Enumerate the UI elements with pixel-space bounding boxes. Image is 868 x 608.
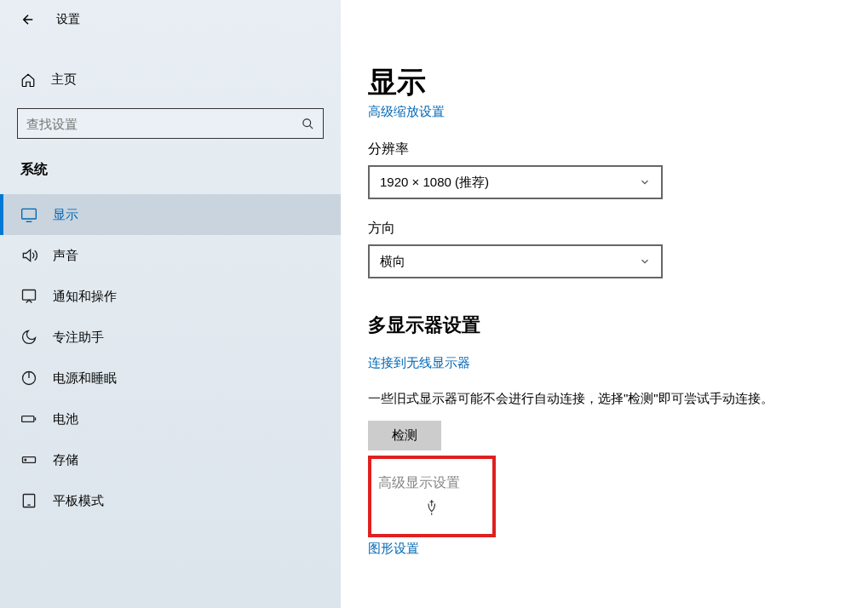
orientation-dropdown[interactable]: 横向 <box>368 244 663 278</box>
sidebar-item-notifications[interactable]: 通知和操作 <box>0 276 341 317</box>
sidebar-item-label: 显示 <box>53 207 78 223</box>
sidebar-item-label: 声音 <box>53 248 78 264</box>
page-title: 显示 <box>368 63 848 102</box>
sidebar-item-label: 电源和睡眠 <box>53 370 117 387</box>
sidebar-item-display[interactable]: 显示 <box>0 194 341 235</box>
focus-icon <box>20 329 37 346</box>
window-title: 设置 <box>56 12 80 27</box>
svg-point-0 <box>303 118 311 126</box>
orientation-label: 方向 <box>368 220 848 238</box>
svg-rect-2 <box>23 290 36 301</box>
sidebar-home-label: 主页 <box>51 72 77 88</box>
sidebar-item-sound[interactable]: 声音 <box>0 235 341 276</box>
resolution-dropdown[interactable]: 1920 × 1080 (推荐) <box>368 165 663 199</box>
orientation-value: 横向 <box>380 254 405 270</box>
nav-list: 显示 声音 通知和操作 专注助手 电源和睡眠 电池 <box>0 194 341 608</box>
svg-rect-1 <box>22 209 37 219</box>
storage-icon <box>20 451 37 468</box>
svg-point-6 <box>25 459 26 461</box>
sidebar-item-label: 通知和操作 <box>53 289 117 305</box>
graphics-settings-link[interactable]: 图形设置 <box>368 541 848 557</box>
display-icon <box>20 206 37 223</box>
home-icon <box>20 72 36 88</box>
sidebar-item-label: 存储 <box>53 452 78 468</box>
sidebar-item-storage[interactable]: 存储 <box>0 439 341 480</box>
sidebar-item-tablet[interactable]: 平板模式 <box>0 480 341 521</box>
battery-icon <box>20 410 37 427</box>
cursor-icon <box>426 498 441 517</box>
svg-rect-4 <box>22 416 34 422</box>
titlebar: 设置 <box>0 0 341 39</box>
sidebar-home[interactable]: 主页 <box>17 65 324 95</box>
sound-icon <box>20 247 37 264</box>
sidebar-item-label: 平板模式 <box>53 493 104 509</box>
main-content: 显示 高级缩放设置 分辨率 1920 × 1080 (推荐) 方向 横向 多显示… <box>341 0 868 608</box>
sidebar-item-battery[interactable]: 电池 <box>0 399 341 439</box>
scale-settings-link[interactable]: 高级缩放设置 <box>368 104 445 120</box>
sidebar-item-power[interactable]: 电源和睡眠 <box>0 358 341 399</box>
power-icon <box>20 370 37 387</box>
chevron-down-icon <box>639 176 651 188</box>
resolution-value: 1920 × 1080 (推荐) <box>380 175 489 191</box>
sidebar: 设置 主页 系统 显示 声音 <box>0 0 341 608</box>
multi-display-heading: 多显示器设置 <box>368 313 848 338</box>
highlight-box: 高级显示设置 <box>368 456 496 537</box>
wireless-display-link[interactable]: 连接到无线显示器 <box>368 355 470 371</box>
tablet-icon <box>20 492 37 509</box>
resolution-label: 分辨率 <box>368 141 848 158</box>
detect-button[interactable]: 检测 <box>368 421 441 450</box>
back-button[interactable] <box>20 12 36 27</box>
search-icon <box>302 118 314 130</box>
search-input[interactable] <box>26 117 285 131</box>
category-label: 系统 <box>17 161 324 187</box>
search-input-wrap[interactable] <box>17 108 324 139</box>
advanced-display-link[interactable]: 高级显示设置 <box>378 475 460 490</box>
sidebar-item-focus[interactable]: 专注助手 <box>0 317 341 358</box>
sidebar-item-label: 电池 <box>53 411 78 427</box>
chevron-down-icon <box>639 255 651 267</box>
sidebar-item-label: 专注助手 <box>53 330 104 346</box>
detect-description: 一些旧式显示器可能不会进行自动连接，选择"检测"即可尝试手动连接。 <box>368 388 848 409</box>
notification-icon <box>20 288 37 305</box>
